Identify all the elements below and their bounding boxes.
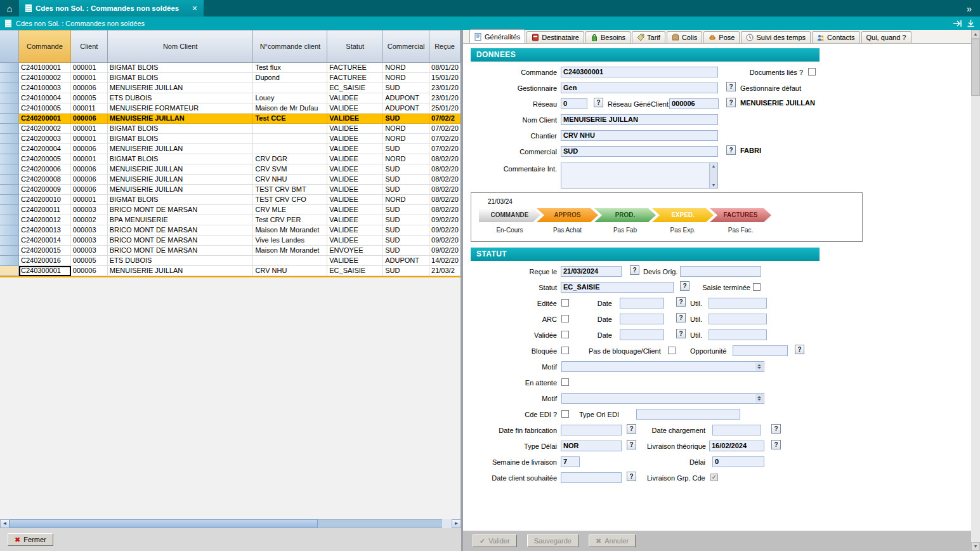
nom-client-field[interactable]: MENUISERIE JUILLAN (561, 114, 718, 125)
table-row[interactable]: C240200003 000001 BIGMAT BLOIS VALIDEE N… (0, 134, 461, 144)
vscroll-up-icon[interactable]: ▲ (971, 30, 980, 39)
arc-checkbox[interactable] (561, 315, 569, 322)
validee-checkbox[interactable] (561, 331, 569, 338)
table-row[interactable]: C240200010 000001 BIGMAT BLOIS TEST CRV … (0, 195, 461, 205)
tab-overflow-button[interactable]: » (958, 0, 980, 17)
row-selector[interactable] (0, 225, 19, 236)
table-row[interactable]: C240100004 000005 ETS DUBOIS Louey VALID… (0, 93, 461, 103)
row-selector[interactable] (0, 73, 19, 83)
validee-util-field[interactable] (709, 329, 767, 340)
table-row[interactable]: C240200002 000001 BIGMAT BLOIS VALIDEE N… (0, 124, 461, 134)
date-chargement-field[interactable] (712, 425, 761, 435)
date-fin-fab-help-button[interactable]: ? (627, 424, 636, 434)
arc-date-help-button[interactable]: ? (676, 313, 686, 322)
commentaire-scrollbar[interactable]: ▲ ▼ (709, 163, 717, 188)
scroll-down-icon[interactable]: ▼ (712, 183, 716, 187)
table-row[interactable]: C240200004 000006 MENUISERIE JUILLAN VAL… (0, 144, 461, 154)
row-selector[interactable] (0, 266, 19, 276)
table-row[interactable]: C240200016 000005 ETS DUBOIS VALIDEE ADU… (0, 256, 461, 266)
column-header-recue[interactable]: Reçue (429, 30, 461, 63)
type-ori-edi-field[interactable] (636, 409, 740, 420)
row-selector[interactable] (0, 103, 19, 114)
column-header-client[interactable]: Client (71, 30, 108, 63)
table-row[interactable]: C240100003 000006 MENUISERIE JUILLAN EC_… (0, 83, 461, 93)
tab-colis[interactable]: Colis (667, 31, 702, 43)
row-selector[interactable] (0, 144, 19, 154)
row-selector[interactable] (0, 246, 19, 256)
statut-field[interactable]: EC_SAISIE (561, 282, 674, 293)
commercial-field[interactable]: SUD (561, 146, 718, 157)
gestionnaire-field[interactable]: Gen (561, 83, 718, 93)
row-selector[interactable] (0, 205, 19, 215)
tab-suivi-des-temps[interactable]: Suivi des temps (741, 31, 811, 43)
table-row[interactable]: C240200001 000006 MENUISERIE JUILLAN Tes… (0, 114, 461, 124)
gestionnaire-help-button[interactable]: ? (726, 82, 736, 91)
table-row[interactable]: C240200015 000003 BRICO MONT DE MARSAN M… (0, 246, 461, 256)
editee-util-field[interactable] (709, 298, 767, 309)
row-selector[interactable] (0, 93, 19, 103)
commande-field[interactable]: C240300001 (561, 67, 718, 77)
table-row[interactable]: C240300001 000006 MENUISERIE JUILLAN CRV… (0, 266, 461, 277)
table-row[interactable]: C240100005 000011 MENUISERIE FORMATEUR M… (0, 103, 461, 114)
recue-le-help-button[interactable]: ? (630, 265, 639, 275)
sauvegarde-button[interactable]: Sauvegarde (527, 534, 578, 547)
opportunite-help-button[interactable]: ? (795, 345, 804, 354)
motif2-combo[interactable] (561, 393, 764, 404)
home-button[interactable]: ⌂ (0, 0, 19, 17)
row-selector[interactable] (0, 236, 19, 246)
selector-column-header[interactable] (0, 30, 19, 63)
horizontal-scroll-track[interactable] (442, 519, 452, 528)
tab-close-icon[interactable]: ✕ (192, 4, 197, 13)
arc-date-field[interactable] (620, 314, 664, 324)
delai-field[interactable]: 0 (712, 456, 764, 467)
type-delai-field[interactable]: NOR (561, 441, 622, 451)
row-selector[interactable] (0, 175, 19, 185)
reseau-help-button[interactable]: ? (594, 98, 603, 107)
pas-bloquage-checkbox[interactable] (668, 347, 676, 354)
row-selector[interactable] (0, 164, 19, 175)
bloquee-checkbox[interactable] (561, 347, 569, 354)
download-icon[interactable] (967, 19, 975, 27)
tab-besoins[interactable]: Besoins (585, 31, 630, 43)
table-row[interactable]: C240100002 000001 BIGMAT BLOIS Dupond FA… (0, 73, 461, 83)
cde-edi-checkbox[interactable] (561, 410, 569, 418)
date-fin-fab-field[interactable] (561, 425, 622, 435)
date-client-help-button[interactable]: ? (627, 472, 636, 481)
date-client-field[interactable] (561, 472, 622, 483)
livraison-theorique-field[interactable]: 16/02/2024 (709, 441, 764, 451)
tab-pose[interactable]: Pose (703, 31, 740, 43)
annuler-button[interactable]: ✖ Annuler (589, 534, 636, 547)
table-row[interactable]: C240200009 000006 MENUISERIE JUILLAN TES… (0, 185, 461, 195)
horizontal-scroll-thumb[interactable] (10, 519, 318, 528)
row-selector[interactable] (0, 195, 19, 205)
tab-destinataire[interactable]: Destinataire (526, 31, 584, 43)
scroll-right-icon[interactable]: ► (452, 519, 461, 528)
row-selector[interactable] (0, 124, 19, 134)
table-row[interactable]: C240200006 000006 MENUISERIE JUILLAN CRV… (0, 164, 461, 175)
row-selector[interactable] (0, 185, 19, 195)
validee-date-help-button[interactable]: ? (676, 329, 686, 338)
column-header-commande[interactable]: Commande (19, 30, 71, 63)
editee-date-help-button[interactable]: ? (676, 297, 686, 307)
commentaire-textarea[interactable]: ▲ ▼ (561, 163, 718, 189)
table-row[interactable]: C240200008 000006 MENUISERIE JUILLAN CRV… (0, 175, 461, 185)
arc-util-field[interactable] (709, 314, 767, 324)
column-header-nom-client[interactable]: Nom Client (108, 30, 254, 63)
valider-button[interactable]: ✔ Valider (473, 534, 517, 547)
motif-combo[interactable] (561, 361, 764, 372)
row-selector[interactable] (0, 83, 19, 93)
table-row[interactable]: C240200013 000003 BRICO MONT DE MARSAN M… (0, 225, 461, 236)
column-header-statut[interactable]: Statut (327, 30, 383, 63)
goto-end-icon[interactable] (953, 20, 962, 27)
row-selector[interactable] (0, 154, 19, 164)
type-delai-help-button[interactable]: ? (627, 440, 636, 449)
validee-date-field[interactable] (620, 329, 664, 340)
document-tab[interactable]: Cdes non Sol. : Commandes non soldées ✕ (19, 0, 204, 17)
row-selector[interactable] (0, 215, 19, 225)
table-row[interactable]: C240200005 000001 BIGMAT BLOIS CRV DGR V… (0, 154, 461, 164)
row-selector[interactable] (0, 114, 19, 124)
reseau-field[interactable]: 0 (561, 98, 587, 109)
scroll-left-icon[interactable]: ◄ (0, 519, 10, 528)
vscroll-down-icon[interactable]: ▼ (971, 542, 980, 551)
reseau-client-help-button[interactable]: ? (726, 98, 736, 107)
